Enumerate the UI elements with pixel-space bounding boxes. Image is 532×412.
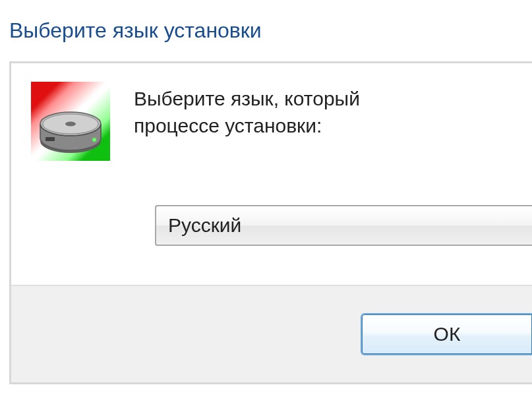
language-selected-value: Русский xyxy=(168,214,241,237)
button-bar: ОК xyxy=(11,285,532,382)
prompt-line-2: процессе установки: xyxy=(134,115,322,136)
svg-point-4 xyxy=(92,138,96,142)
language-dropdown[interactable]: Русский xyxy=(155,205,532,246)
prompt-line-1: Выберите язык, который xyxy=(134,88,360,109)
window-title: Выберите язык установки xyxy=(0,0,532,61)
dialog-body: Выберите язык, который процессе установк… xyxy=(9,61,532,384)
content-area: Выберите язык, который процессе установк… xyxy=(11,63,532,287)
installer-icon xyxy=(31,82,110,161)
svg-point-2 xyxy=(65,122,76,127)
language-dropdown-wrap: Русский xyxy=(155,205,532,246)
ok-button[interactable]: ОК xyxy=(361,313,532,355)
svg-rect-3 xyxy=(45,137,55,141)
prompt-text: Выберите язык, который процессе установк… xyxy=(134,82,360,287)
